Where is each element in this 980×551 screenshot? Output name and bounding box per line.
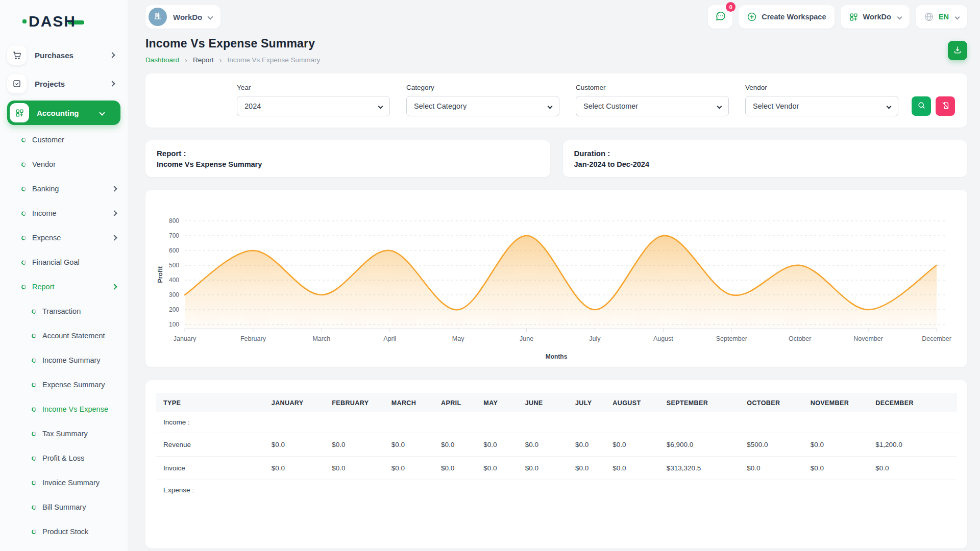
table-cell: $0.0 [264, 433, 324, 456]
reset-filter-button[interactable] [936, 96, 955, 116]
circle-dot-icon [31, 504, 37, 510]
sidebar-item-product-stock[interactable]: Product Stock [7, 519, 120, 544]
circle-dot-icon [31, 357, 37, 363]
report-summary-card: Report : Income Vs Expense Summary [145, 140, 550, 177]
svg-text:500: 500 [169, 262, 179, 269]
table-cell: $500.0 [739, 433, 802, 456]
sidebar-item-label: Expense [32, 234, 61, 242]
circle-dot-icon [31, 308, 37, 314]
sidebar-item-account-statement[interactable]: Account Statement [7, 323, 120, 348]
table-row-invoice: Invoice$0.0$0.0$0.0$0.0$0.0$0.0$0.0$0.0$… [156, 456, 957, 480]
breadcrumb-item-report[interactable]: Report [193, 56, 214, 64]
table-header-september: SEPTEMBER [659, 393, 740, 412]
svg-text:300: 300 [169, 291, 179, 298]
circle-dot-icon [31, 529, 37, 534]
download-button[interactable] [948, 41, 967, 60]
sidebar-item-label: Accounting [37, 109, 79, 117]
category-select[interactable]: Select Category [406, 96, 559, 116]
svg-text:800: 800 [169, 217, 179, 224]
year-select[interactable]: 2024 [237, 96, 390, 116]
report-card-value: Income Vs Expense Summary [157, 160, 539, 168]
topbar: WorkDo 0 Create Workspace WorkDo EN [128, 0, 980, 30]
sidebar-item-projects[interactable]: Projects [7, 69, 120, 98]
sidebar-item-label: Income Vs Expense [42, 405, 108, 413]
sidebar-item-income-vs-expense[interactable]: Income Vs Expense [7, 397, 120, 421]
grid-plus-icon [10, 103, 29, 122]
sidebar-item-label: Transaction [42, 307, 81, 315]
sidebar-item-invoice-summary[interactable]: Invoice Summary [7, 470, 120, 495]
svg-text:200: 200 [169, 306, 179, 313]
table-cell: $313,320.5 [659, 456, 740, 480]
sidebar-item-report[interactable]: Report [7, 274, 120, 299]
vendor-select[interactable]: Select Vendor [745, 96, 898, 116]
chevron-down-icon [717, 104, 722, 109]
chevron-right-icon [111, 186, 117, 191]
svg-text:July: July [589, 335, 601, 342]
filter-card: Year2024CategorySelect CategoryCustomerS… [145, 73, 967, 128]
circle-dot-icon [21, 137, 27, 142]
breadcrumb-item-dashboard[interactable]: Dashboard [145, 56, 179, 64]
table-cell: $0.0 [324, 456, 383, 480]
breadcrumb-item-income-vs-expense-summary: Income Vs Expense Summary [228, 56, 321, 64]
workspace-selector[interactable]: WorkDo [145, 5, 220, 29]
selected-value: Select Vendor [753, 102, 799, 110]
check-square-icon [7, 74, 27, 93]
sidebar-item-banking[interactable]: Banking [7, 177, 120, 201]
filter-field-year: Year2024 [237, 84, 390, 116]
globe-icon [924, 12, 934, 22]
brand-logo-text: DASH [29, 13, 76, 30]
chart-card: Profit 100200300400500600700800JanuaryFe… [145, 190, 967, 367]
sidebar-item-vendor[interactable]: Vendor [7, 152, 120, 177]
table-cell: $0.0 [605, 456, 658, 480]
sidebar-item-transaction[interactable]: Transaction [7, 299, 120, 323]
svg-text:October: October [789, 335, 811, 342]
svg-text:September: September [716, 335, 747, 342]
sidebar-item-customer[interactable]: Customer [7, 128, 120, 152]
sidebar-menu: PurchasesProjectsAccountingCustomerVendo… [7, 36, 120, 551]
sidebar-item-cash-flow[interactable]: Cash Flow [7, 544, 120, 551]
apply-filter-button[interactable] [912, 96, 931, 116]
breadcrumb: Dashboard›Report›Income Vs Expense Summa… [145, 56, 320, 64]
table-header-row: TYPEJANUARYFEBRUARYMARCHAPRILMAYJUNEJULY… [156, 393, 957, 412]
table-header-may: MAY [476, 393, 517, 412]
workspace-menu-button[interactable]: WorkDo [841, 5, 910, 29]
sidebar-item-income[interactable]: Income [7, 201, 120, 226]
table-header-april: APRIL [433, 393, 476, 412]
workspace-selector-label: WorkDo [173, 13, 202, 21]
breadcrumb-separator: › [219, 56, 222, 64]
sidebar-item-label: Income Summary [42, 356, 101, 364]
sidebar-item-income-summary[interactable]: Income Summary [7, 348, 120, 372]
svg-text:May: May [452, 335, 464, 342]
sidebar-item-accounting[interactable]: Accounting [7, 101, 120, 125]
language-button[interactable]: EN [916, 5, 967, 29]
chart-x-axis-title: Months [156, 353, 957, 360]
sidebar-item-expense-summary[interactable]: Expense Summary [7, 372, 120, 397]
svg-text:June: June [520, 335, 533, 342]
messages-button[interactable]: 0 [708, 5, 732, 29]
svg-text:April: April [383, 335, 396, 342]
sidebar-item-expense[interactable]: Expense [7, 226, 120, 250]
table-section-label: Income : [156, 412, 957, 433]
cart-icon [7, 45, 27, 65]
table-cell: $0.0 [568, 433, 605, 456]
sidebar-item-profit-loss[interactable]: Profit & Loss [7, 446, 120, 470]
table-cell: $0.0 [433, 433, 476, 456]
brand-logo[interactable]: DASH [7, 7, 120, 36]
create-workspace-button[interactable]: Create Workspace [739, 5, 834, 29]
sidebar-item-tax-summary[interactable]: Tax Summary [7, 421, 120, 446]
table-cell: $0.0 [264, 456, 324, 480]
customer-select[interactable]: Select Customer [576, 96, 729, 116]
sidebar-item-label: Account Statement [42, 332, 105, 340]
table-section-label: Expense : [156, 480, 957, 500]
table-cell: $0.0 [384, 433, 433, 456]
chevron-right-icon [109, 81, 115, 86]
svg-text:400: 400 [169, 277, 179, 284]
sidebar-item-label: Vendor [32, 160, 56, 168]
table-cell-type: Invoice [156, 456, 264, 480]
sidebar-item-purchases[interactable]: Purchases [7, 41, 120, 69]
table-cell: $0.0 [433, 456, 476, 480]
filter-label-year: Year [237, 84, 390, 91]
sidebar-item-financial-goal[interactable]: Financial Goal [7, 250, 120, 274]
sidebar-item-bill-summary[interactable]: Bill Summary [7, 495, 120, 519]
chevron-right-icon [111, 210, 117, 216]
